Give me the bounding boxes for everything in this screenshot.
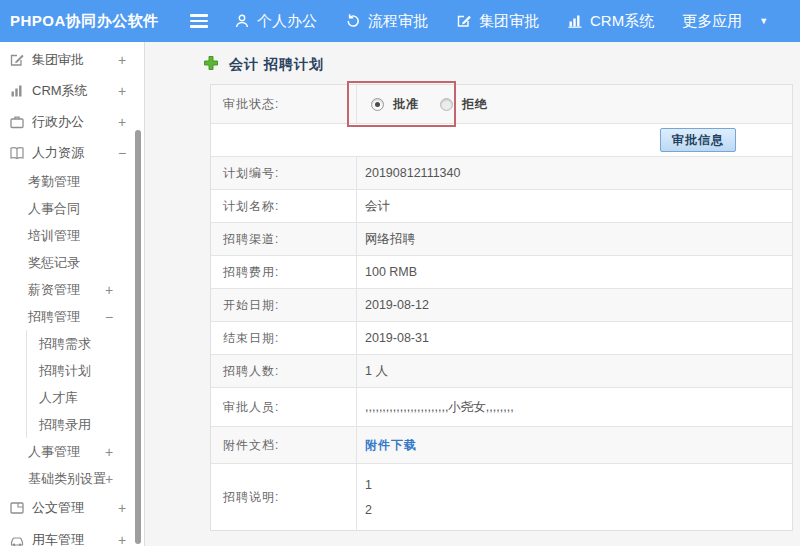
table-row-plan-number: 计划编号: 20190812111340 <box>211 156 792 189</box>
table-row-approvers: 审批人员: ,,,,,,,,,,,,,,,,,,,,,,,,小尧女,,,,,,,… <box>211 387 792 426</box>
nav-personal-office[interactable]: 个人办公 <box>234 12 317 31</box>
radio-approve-label: 批准 <box>393 96 419 113</box>
sidebar-item-label: 用车管理 <box>32 531 84 546</box>
sidebar-item-vehicle[interactable]: 用车管理 + <box>0 524 144 546</box>
field-value: ,,,,,,,,,,,,,,,,,,,,,,,,小尧女,,,,,,,, <box>357 388 792 426</box>
nav-label: 集团审批 <box>479 12 539 31</box>
sidebar-item-label: 薪资管理 <box>28 281 80 299</box>
sidebar-item-label: 招聘计划 <box>39 362 91 380</box>
sidebar-item-documents[interactable]: 公文管理 + <box>0 492 144 524</box>
approve-info-button[interactable]: 审批信息 <box>660 128 736 152</box>
sidebar-item-hr-contract[interactable]: 人事合同 <box>0 195 144 222</box>
field-label: 计划编号: <box>211 157 357 189</box>
recruit-plan-form: 审批状态: 批准 拒绝 审批信息 计划编号: 20190812111340 计划… <box>210 84 793 531</box>
table-row-recruit-channel: 招聘渠道: 网络招聘 <box>211 222 792 255</box>
description-line: 2 <box>365 503 372 517</box>
nav-label: 更多应用 <box>682 12 742 31</box>
sidebar-item-label: 人事合同 <box>28 200 80 218</box>
sidebar-item-training[interactable]: 培训管理 <box>0 222 144 249</box>
field-label: 招聘人数: <box>211 355 357 387</box>
sidebar-item-label: 奖惩记录 <box>28 254 80 272</box>
caret-down-icon: ▼ <box>759 16 768 26</box>
refresh-icon <box>345 13 361 29</box>
top-navigation: 个人办公 流程审批 集团审批 CRM系统 更多应用 ▼ <box>234 12 768 31</box>
sidebar-item-crm[interactable]: CRM系统 + <box>0 75 144 106</box>
nav-label: CRM系统 <box>590 12 654 31</box>
nav-label: 个人办公 <box>257 12 317 31</box>
nav-crm-system[interactable]: CRM系统 <box>567 12 654 31</box>
collapse-icon[interactable]: − <box>118 145 126 161</box>
expand-icon[interactable]: + <box>118 500 126 516</box>
app-logo: PHPOA协同办公软件 <box>0 12 190 31</box>
sidebar-item-label: 行政办公 <box>32 113 84 131</box>
sidebar-scrollbar[interactable] <box>135 130 141 544</box>
edit-icon <box>456 13 472 29</box>
attachment-download-link[interactable]: 附件下载 <box>365 437 417 454</box>
nav-more-apps[interactable]: 更多应用 ▼ <box>682 12 768 31</box>
table-row-headcount: 招聘人数: 1 人 <box>211 354 792 387</box>
field-value: 2019-08-31 <box>357 322 792 354</box>
page-title: 会计 招聘计划 <box>229 56 324 74</box>
sidebar-item-label: 基础类别设置 <box>28 470 106 488</box>
expand-icon[interactable]: + <box>105 444 113 460</box>
field-label: 审批状态: <box>211 85 357 123</box>
sidebar-item-group-approval[interactable]: 集团审批 + <box>0 44 144 75</box>
main-content: 会计 招聘计划 审批状态: 批准 拒绝 审批信息 计划编号: 201908121… <box>145 42 800 546</box>
nav-group-approval[interactable]: 集团审批 <box>456 12 539 31</box>
approval-radio-group: 批准 拒绝 <box>365 96 500 113</box>
table-row-plan-name: 计划名称: 会计 <box>211 189 792 222</box>
field-label: 招聘说明: <box>211 464 357 530</box>
expand-icon[interactable]: + <box>105 282 113 298</box>
description-cell: 1 2 <box>357 464 792 530</box>
collapse-icon[interactable]: − <box>105 309 113 325</box>
table-row-recruit-cost: 招聘费用: 100 RMB <box>211 255 792 288</box>
sidebar-item-label: 培训管理 <box>28 227 80 245</box>
sidebar-item-label: 招聘录用 <box>39 416 91 434</box>
menu-toggle-icon[interactable] <box>190 14 210 28</box>
expand-icon[interactable]: + <box>105 471 113 487</box>
sidebar-item-personnel-mgmt[interactable]: 人事管理 + <box>0 438 144 465</box>
edit-square-icon <box>9 52 25 68</box>
sidebar-item-label: 招聘管理 <box>28 308 80 326</box>
expand-icon[interactable]: + <box>118 532 126 546</box>
sidebar-item-label: CRM系统 <box>32 82 88 100</box>
nav-workflow-approval[interactable]: 流程审批 <box>345 12 428 31</box>
sidebar-item-base-category[interactable]: 基础类别设置 + <box>0 465 144 492</box>
expand-icon[interactable]: + <box>118 52 126 68</box>
field-label: 开始日期: <box>211 289 357 321</box>
expand-icon[interactable]: + <box>118 83 126 99</box>
field-value: 网络招聘 <box>357 223 792 255</box>
bar-chart-icon <box>567 13 583 29</box>
sidebar-item-attendance[interactable]: 考勤管理 <box>0 168 144 195</box>
add-icon <box>203 55 219 75</box>
bar-chart-icon <box>9 83 25 99</box>
sidebar-item-label: 人才库 <box>39 389 78 407</box>
sidebar-item-talent-pool[interactable]: 人才库 <box>26 384 144 411</box>
table-row-description: 招聘说明: 1 2 <box>211 463 792 530</box>
field-label: 招聘费用: <box>211 256 357 288</box>
sidebar-item-hr[interactable]: 人力资源 − <box>0 137 144 168</box>
sidebar-item-recruit-hire[interactable]: 招聘录用 <box>26 411 144 438</box>
sidebar-item-admin-office[interactable]: 行政办公 + <box>0 106 144 137</box>
sidebar-item-recruit-plan[interactable]: 招聘计划 <box>26 357 144 384</box>
radio-reject[interactable] <box>440 98 453 111</box>
expand-icon[interactable]: + <box>118 114 126 130</box>
sidebar-item-recruit-demand[interactable]: 招聘需求 <box>26 330 144 357</box>
field-value: 2019-08-12 <box>357 289 792 321</box>
sidebar-item-salary[interactable]: 薪资管理 + <box>0 276 144 303</box>
sidebar-item-rewards[interactable]: 奖惩记录 <box>0 249 144 276</box>
sidebar-item-recruit-mgmt[interactable]: 招聘管理 − <box>0 303 144 330</box>
document-icon <box>9 500 25 516</box>
sidebar-item-label: 考勤管理 <box>28 173 80 191</box>
table-row-start-date: 开始日期: 2019-08-12 <box>211 288 792 321</box>
field-label: 计划名称: <box>211 190 357 222</box>
sidebar-item-label: 招聘需求 <box>39 335 91 353</box>
radio-approve[interactable] <box>371 98 384 111</box>
field-label: 审批人员: <box>211 388 357 426</box>
user-icon <box>234 13 250 29</box>
attachment-cell: 附件下载 <box>357 427 792 463</box>
car-icon <box>9 532 25 546</box>
sidebar: 集团审批 + CRM系统 + 行政办公 + 人力资源 − 考勤管理 人事合同 培… <box>0 42 145 546</box>
content-header: 会计 招聘计划 <box>145 42 800 75</box>
table-row-approve-button: 审批信息 <box>211 123 792 156</box>
